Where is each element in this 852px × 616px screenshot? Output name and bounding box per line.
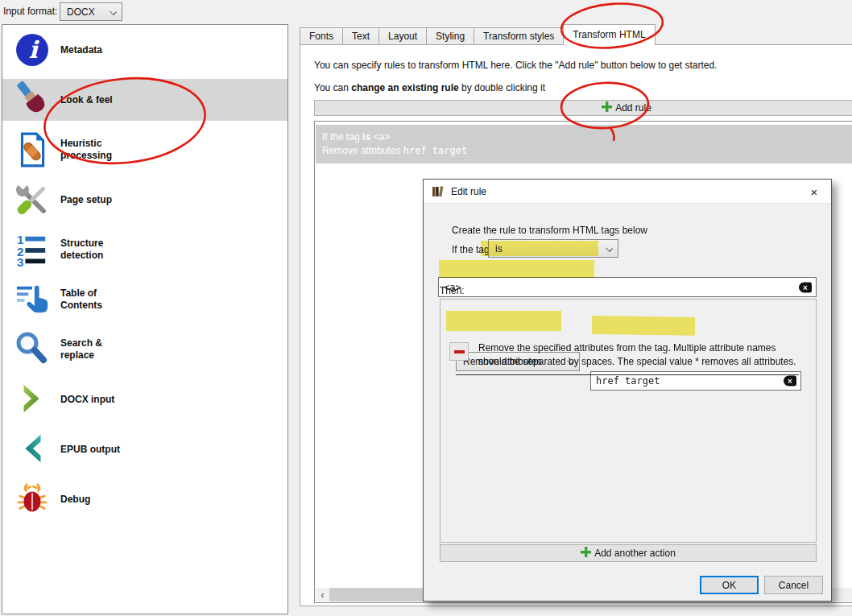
bug-icon [14, 479, 51, 519]
dialog-title: Edit rule [451, 186, 486, 197]
plus-icon [602, 101, 612, 114]
clear-field-icon[interactable]: × [799, 282, 812, 292]
tag-match-type-dropdown[interactable]: is [488, 239, 618, 258]
sidebar-item-label: Metadata [60, 44, 134, 56]
toc-hand-icon [14, 279, 51, 320]
add-another-action-button[interactable]: Add another action [440, 544, 817, 562]
cancel-button[interactable]: Cancel [764, 576, 823, 594]
info-icon: i [14, 30, 51, 70]
if-the-tag-label: If the tag [452, 244, 490, 255]
sidebar-item-heuristic-processing[interactable]: Heuristic processing [2, 125, 287, 175]
sidebar-item-label: EPUB output [60, 444, 134, 456]
add-rule-button[interactable]: Add rule [314, 100, 852, 116]
sidebar-item-label: DOCX input [60, 394, 134, 406]
chevron-down-icon [606, 245, 613, 252]
transform-html-intro: You can specify rules to transform HTML … [314, 60, 718, 71]
tab-fonts[interactable]: Fonts [300, 27, 343, 45]
rule-action: Remove attributes href target [322, 144, 852, 158]
sidebar-item-label: Page setup [60, 194, 134, 206]
sidebar-item-label: Debug [60, 494, 134, 506]
paintbrush-icon [14, 80, 51, 120]
sidebar-item-label: Heuristic processing [60, 138, 134, 162]
sidebar-item-label: Look & feel [60, 94, 134, 106]
scroll-left-icon[interactable]: ‹ [316, 588, 329, 602]
tools-icon [14, 180, 51, 220]
tag-value-field: × [438, 277, 817, 297]
rule-item[interactable]: If the tag is <a> Remove attributes href… [316, 125, 852, 163]
action-separator [456, 374, 799, 375]
settings-tabbar: Fonts Text Layout Styling Transform styl… [300, 24, 656, 45]
minus-icon [454, 350, 465, 353]
sidebar-item-epub-output[interactable]: EPUB output [2, 424, 287, 474]
rule-condition: If the tag is <a> [322, 130, 852, 144]
dialog-titlebar[interactable]: Edit rule × [424, 180, 831, 204]
add-rule-label: Add rule [615, 102, 651, 114]
sidebar-item-structure-detection[interactable]: 123 Structure detection [2, 225, 287, 275]
sidebar-item-search-replace[interactable]: Search & replace [2, 325, 287, 374]
add-another-action-label: Add another action [594, 548, 676, 559]
ok-button[interactable]: OK [700, 576, 759, 594]
tag-value-input[interactable] [439, 282, 816, 293]
sidebar-item-label: Search & replace [60, 337, 134, 362]
plus-icon [581, 547, 591, 560]
convert-book-window: { "colors": { "highlight_yellow": "#f6e8… [0, 0, 852, 616]
remove-action-button[interactable] [449, 342, 469, 361]
sidebar-item-debug[interactable]: Debug [2, 474, 287, 524]
tab-transform-html[interactable]: Transform HTML [563, 24, 655, 45]
sidebar-item-look-and-feel[interactable]: Look & feel [2, 75, 287, 125]
action-groupbox [440, 299, 817, 543]
input-format-value: DOCX [67, 6, 95, 18]
chevron-down-icon [110, 8, 117, 15]
tag-match-type-value: is [495, 243, 503, 254]
sidebar-item-docx-input[interactable]: DOCX input [2, 374, 287, 424]
chevron-left-icon [14, 429, 51, 469]
close-icon[interactable]: × [797, 180, 831, 204]
dialog-heading: Create the rule to transform HTML tags b… [452, 225, 647, 236]
chevron-right-icon [14, 379, 51, 420]
highlight-tag-value [439, 260, 594, 278]
input-format-label: Input format: [3, 6, 57, 17]
sidebar-item-metadata[interactable]: i Metadata [2, 25, 287, 75]
action-help-text: Remove the specified attributes from the… [478, 341, 804, 368]
sidebar-item-label: Table of Contents [60, 287, 134, 312]
clear-field-icon[interactable]: × [784, 376, 796, 387]
tab-layout[interactable]: Layout [379, 27, 427, 45]
magnifier-icon [14, 329, 51, 370]
sidebar-item-table-of-contents[interactable]: Table of Contents [2, 275, 287, 325]
tab-styling[interactable]: Styling [427, 27, 474, 45]
calibre-books-icon [432, 185, 445, 198]
document-bandage-icon [14, 130, 51, 170]
action-value-input[interactable] [591, 375, 800, 387]
svg-text:3: 3 [17, 255, 24, 267]
conversion-sections-sidebar: i Metadata Look & feel Heuristic process… [2, 24, 288, 614]
numbered-list-icon: 123 [14, 229, 51, 270]
sidebar-item-page-setup[interactable]: Page setup [2, 175, 287, 225]
sidebar-item-label: Structure detection [60, 238, 134, 262]
edit-rule-dialog: Edit rule × Create the rule to transform… [423, 179, 832, 602]
transform-html-hint: You can change an existing rule by doubl… [314, 82, 545, 93]
tab-text[interactable]: Text [343, 27, 379, 45]
tab-transform-styles[interactable]: Transform styles [474, 27, 564, 45]
input-format-dropdown[interactable]: DOCX [60, 2, 122, 21]
then-label: Then: [440, 285, 465, 296]
